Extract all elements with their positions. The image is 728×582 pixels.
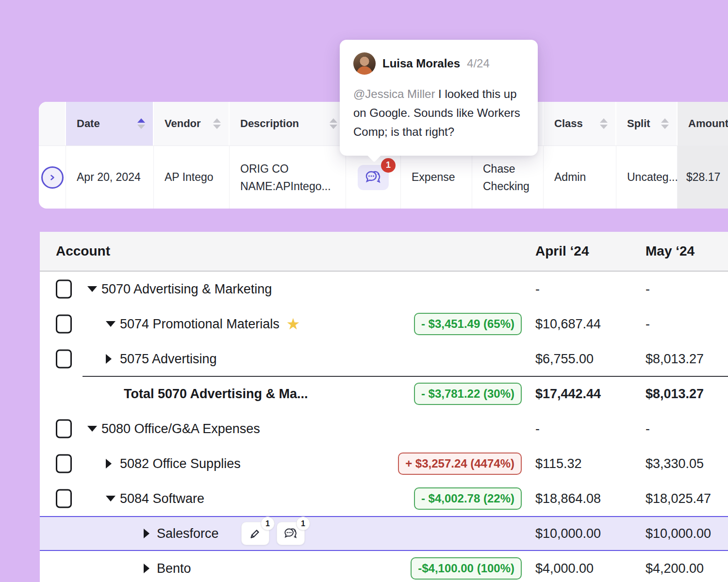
column-label-class: Class (554, 117, 583, 130)
account-name: 5084 Software (120, 491, 204, 506)
expand-row-cell (39, 146, 66, 209)
expand-triangle-icon[interactable] (144, 564, 149, 573)
april-value: $18,864.08 (535, 491, 601, 506)
column-header-class[interactable]: Class (544, 102, 616, 146)
change-badge: -$4,100.00 (100%) (411, 557, 522, 580)
account-name: 5080 Office/G&A Expenses (101, 421, 260, 436)
column-header-date[interactable]: Date (66, 102, 154, 146)
comment-count-badge: 1 (381, 158, 396, 173)
chevron-right-icon (48, 173, 57, 182)
account-row[interactable]: 5070 Advertising & Marketing-- (40, 272, 728, 307)
transaction-description: ORIG CO NAME:APIntego... (240, 160, 331, 195)
row-checkbox[interactable] (56, 280, 72, 299)
row-checkbox[interactable] (56, 489, 72, 508)
comment-count-badge: 1 (296, 517, 310, 531)
column-header-april: April ‘24 (535, 243, 589, 259)
column-header-amount[interactable]: Amount (678, 102, 728, 146)
collapse-triangle-icon[interactable] (106, 321, 116, 327)
transaction-class: Admin (554, 171, 586, 184)
comment-author: Luisa Morales (382, 57, 460, 70)
account-name: 5074 Promotional Materials★ (120, 316, 300, 332)
column-label-amount: Amount (688, 117, 728, 130)
expand-row-button[interactable] (41, 166, 64, 189)
comment-date: 4/24 (467, 57, 490, 70)
account-name: Total 5070 Advertising & Ma... (124, 387, 308, 402)
column-header-may: May ‘24 (645, 243, 695, 259)
april-value: $4,000.00 (535, 561, 594, 576)
transaction-date-cell: Apr 20, 2024 (66, 146, 154, 209)
sort-icon-vendor[interactable] (213, 118, 221, 129)
highlight-button[interactable]: 1 (241, 522, 269, 545)
app-canvas: { "colors":{ "bg":"#d9b6f3","surface":"#… (0, 0, 728, 582)
account-name: Salesforce (157, 526, 219, 541)
april-value: $17,442.44 (535, 387, 601, 402)
account-name: 5070 Advertising & Marketing (101, 282, 272, 297)
transaction-vendor: AP Intego (165, 171, 214, 184)
transaction-split-cell: Uncateg... (616, 146, 678, 209)
comments-button[interactable]: 1 (277, 522, 305, 545)
sort-icon-date[interactable] (137, 118, 145, 129)
row-checkbox[interactable] (56, 350, 72, 369)
comments-button[interactable]: 1 (358, 165, 389, 190)
row-checkbox[interactable] (56, 315, 72, 334)
change-badge: - $3,451.49 (65%) (414, 313, 522, 335)
column-header-vendor[interactable]: Vendor (154, 102, 230, 146)
account-name: Bento (157, 561, 191, 576)
expand-triangle-icon[interactable] (106, 459, 112, 469)
transaction-split: Uncateg... (627, 171, 678, 184)
highlight-count-badge: 1 (261, 517, 275, 531)
transaction-vendor-cell: AP Intego (154, 146, 230, 209)
change-badge: - $3,781.22 (30%) (414, 383, 522, 405)
column-header-description[interactable]: Description (230, 102, 346, 146)
transaction-description-cell: ORIG CO NAME:APIntego... (230, 146, 346, 209)
collapse-triangle-icon[interactable] (87, 426, 97, 432)
chat-bubbles-icon (364, 170, 382, 185)
april-value: $10,000.00 (535, 526, 601, 541)
column-header-split[interactable]: Split (616, 102, 678, 146)
change-badge: - $4,002.78 (22%) (414, 487, 522, 510)
report-panel: Account April ‘24 May ‘24 5070 Advertisi… (40, 232, 728, 582)
transaction-amount: $28.17 (686, 171, 720, 184)
account-row[interactable]: 5075 Advertising$6,755.00$8,013.27 (40, 341, 728, 376)
sort-icon-description[interactable] (330, 118, 337, 129)
april-value: - (535, 421, 540, 436)
account-row[interactable]: Bento-$4,100.00 (100%)$4,000.00$4,200.00 (40, 551, 728, 582)
account-row[interactable]: 5084 Software- $4,002.78 (22%)$18,864.08… (40, 481, 728, 516)
comment-mention: @Jessica Miller (353, 87, 435, 100)
total-row[interactable]: Total 5070 Advertising & Ma...- $3,781.2… (40, 376, 728, 411)
april-value: $6,755.00 (535, 352, 594, 367)
april-value: $10,687.44 (535, 317, 601, 332)
may-value: - (645, 317, 650, 332)
row-checkbox[interactable] (56, 420, 72, 438)
report-header-row: Account April ‘24 May ‘24 (40, 232, 728, 272)
header-expander-column (39, 102, 66, 146)
expand-triangle-icon[interactable] (106, 354, 112, 364)
transaction-account: Chase Checking (483, 160, 529, 195)
expand-triangle-icon[interactable] (144, 529, 149, 538)
change-badge: + $3,257.24 (4474%) (398, 453, 522, 475)
may-value: $4,200.00 (645, 561, 704, 576)
row-checkbox[interactable] (56, 454, 72, 473)
account-name: 5082 Office Supplies (120, 456, 241, 471)
sort-icon-class[interactable] (600, 118, 608, 129)
account-row[interactable]: 5074 Promotional Materials★- $3,451.49 (… (40, 307, 728, 341)
may-value: $10,000.00 (645, 526, 711, 541)
may-value: - (645, 421, 650, 436)
account-row[interactable]: 5082 Office Supplies+ $3,257.24 (4474%)$… (40, 446, 728, 481)
transaction-date: Apr 20, 2024 (77, 171, 141, 184)
transaction-type: Expense (412, 171, 455, 184)
may-value: $18,025.47 (645, 491, 711, 506)
account-row[interactable]: 5080 Office/G&A Expenses-- (40, 411, 728, 446)
sort-icon-split[interactable] (661, 118, 669, 129)
section-divider (83, 376, 728, 377)
avatar (353, 52, 376, 75)
may-value: $8,013.27 (645, 352, 704, 367)
collapse-triangle-icon[interactable] (106, 496, 116, 501)
account-row[interactable]: Salesforce11$10,000.00$10,000.00 (40, 516, 728, 551)
may-value: - (645, 282, 650, 297)
column-header-account: Account (56, 243, 110, 259)
transaction-class-cell: Admin (544, 146, 616, 209)
column-label-vendor: Vendor (165, 117, 201, 130)
collapse-triangle-icon[interactable] (87, 286, 97, 292)
column-label-split: Split (627, 117, 650, 130)
